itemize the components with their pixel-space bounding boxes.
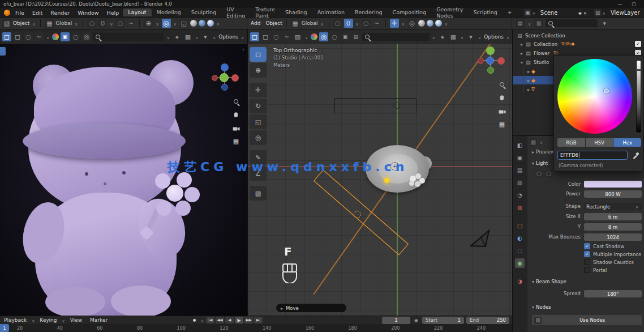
new-collection-icon[interactable]: [534, 19, 543, 28]
expand-icon[interactable]: [521, 50, 523, 56]
prev-keyframe-button[interactable]: ◀◀: [216, 317, 224, 324]
viewport-shading-mid-dropdown-icon[interactable]: [311, 33, 317, 40]
gizmo-axis-z-neg-icon[interactable]: [221, 84, 228, 91]
spread-field[interactable]: 180°: [584, 290, 642, 297]
record-button[interactable]: ●: [190, 317, 199, 324]
scene-unlink-icon[interactable]: [583, 10, 587, 16]
outliner-display-caret[interactable]: [527, 20, 532, 27]
workspace-tab-sculpting[interactable]: Sculpting: [186, 8, 221, 16]
falloff-mid-icon[interactable]: [372, 19, 381, 28]
shading-wireframe-icon[interactable]: [330, 32, 339, 41]
gizmo-mid-axis-z-icon[interactable]: [486, 57, 494, 65]
shading-material-icon[interactable]: [199, 20, 205, 27]
maximize-button[interactable]: ▢: [632, 1, 636, 7]
tab-hsv[interactable]: HSV: [586, 138, 613, 147]
size-x-field[interactable]: 6 m: [584, 213, 642, 220]
max-bounces-field[interactable]: 1024: [584, 233, 642, 241]
value-slider-handle[interactable]: [636, 69, 642, 71]
gizmo-toggle-icon[interactable]: [144, 19, 153, 28]
shading-rendered-icon[interactable]: [207, 20, 214, 27]
workspace-tab-compositing[interactable]: Compositing: [388, 8, 432, 16]
timeline-ruler[interactable]: 20 40 60 80 100 120 140 160 180 200 220 …: [0, 324, 512, 332]
portal-checkbox[interactable]: [584, 267, 590, 273]
tool-move[interactable]: [250, 83, 267, 97]
tab-scene[interactable]: ◔: [515, 190, 525, 200]
ortho-toggle-icon[interactable]: [231, 136, 241, 146]
panel-preview[interactable]: Preview: [532, 148, 555, 155]
orientation-caret-icon[interactable]: [74, 20, 79, 27]
select-mode-circle-mid-icon[interactable]: [272, 32, 281, 41]
scene-browse-icon[interactable]: [531, 10, 536, 16]
render-visibility-checkbox[interactable]: ✓: [635, 41, 641, 47]
menu-render[interactable]: Render: [46, 10, 74, 16]
gizmo-axis-y-icon[interactable]: [220, 73, 229, 82]
view-menu[interactable]: View: [66, 317, 86, 323]
light-point-handle[interactable]: [384, 178, 389, 183]
play-button[interactable]: ▶: [235, 317, 243, 324]
options-mid-dropdown[interactable]: Options: [484, 34, 504, 40]
camera-object[interactable]: [469, 228, 492, 249]
tab-physics[interactable]: ◌: [515, 246, 525, 256]
pan-hand-mid-icon[interactable]: [497, 93, 507, 103]
pan-hand-icon[interactable]: [231, 110, 241, 120]
tab-modifiers[interactable]: ◐: [515, 233, 525, 243]
gizmos-dropdown-icon[interactable]: [183, 32, 192, 41]
annotation-bookmark-icon[interactable]: [173, 32, 182, 41]
tab-world[interactable]: ◍: [515, 203, 525, 212]
color-wheel[interactable]: [557, 59, 632, 134]
gizmo-mid-axis-x-icon[interactable]: [497, 57, 505, 65]
gizmos-mid-dropdown-icon[interactable]: [449, 32, 458, 41]
shading-render-icon[interactable]: [351, 32, 360, 41]
shading-preview-icon[interactable]: [341, 32, 350, 41]
tool-rotate[interactable]: [250, 99, 267, 113]
end-frame-field[interactable]: End 250: [466, 317, 509, 324]
cast-shadow-checkbox[interactable]: ✓: [584, 243, 590, 249]
workspace-tab-modeling[interactable]: Modeling: [152, 8, 186, 16]
shading-material-mid-icon[interactable]: [427, 20, 433, 27]
proportional-falloff-icon[interactable]: [126, 19, 135, 28]
marker-menu[interactable]: Marker: [86, 317, 111, 323]
outliner-scene-collection[interactable]: Scene Collection: [513, 31, 644, 40]
shading-solid-icon[interactable]: [190, 20, 197, 27]
overlays-mid-funnel-icon[interactable]: [466, 32, 475, 41]
gizmo-mid-axis-x-neg-icon[interactable]: [478, 58, 484, 64]
tab-rgb[interactable]: RGB: [557, 138, 585, 147]
panel-beam-shape[interactable]: Beam Shape: [532, 278, 566, 284]
expand-icon[interactable]: [527, 78, 530, 83]
select-mode-lasso-mid-icon[interactable]: [282, 32, 291, 41]
tool-scale[interactable]: [250, 114, 267, 129]
minimize-button[interactable]: —: [617, 1, 622, 7]
expand-icon[interactable]: [521, 41, 523, 47]
tool-transform[interactable]: [250, 130, 267, 145]
gizmo-mid-axis-y-icon[interactable]: [486, 46, 495, 55]
workspace-tab-layout[interactable]: Layout: [123, 8, 151, 16]
gizmo-mid-axis-y-neg-icon[interactable]: [487, 67, 494, 74]
light-type-sun-icon[interactable]: [545, 170, 552, 177]
viewport-mid-search[interactable]: [362, 33, 430, 41]
xray-toggle-icon[interactable]: [179, 19, 188, 28]
shading-rendered-mid-icon[interactable]: [435, 20, 442, 27]
workspace-tab-scripting[interactable]: Scripting: [469, 8, 503, 16]
scene-selector[interactable]: Scene: [538, 8, 590, 16]
shape-dropdown[interactable]: Rectangle: [584, 203, 642, 210]
multiple-importance-checkbox[interactable]: ✓: [584, 251, 590, 257]
gizmo-axis-x-neg-icon[interactable]: [212, 75, 218, 81]
workspace-tab-rendering[interactable]: Rendering: [350, 8, 388, 16]
tab-hex[interactable]: Hex: [613, 138, 641, 147]
outliner-search-input[interactable]: [546, 19, 598, 27]
tab-material[interactable]: ◑: [515, 276, 525, 286]
zoom-icon[interactable]: [231, 96, 241, 107]
light-color-swatch[interactable]: [584, 181, 642, 188]
menu-window[interactable]: Window: [74, 10, 102, 16]
shadow-caustics-checkbox[interactable]: [584, 259, 590, 265]
light-type-point-icon[interactable]: [535, 170, 543, 177]
playback-menu[interactable]: Playback: [0, 317, 31, 323]
menu-help[interactable]: Help: [103, 10, 123, 16]
overlays-toggle-icon[interactable]: [162, 19, 171, 28]
tool-cursor[interactable]: [250, 63, 267, 78]
start-frame-field[interactable]: Start 1: [422, 317, 464, 324]
shading-solid-mid-icon[interactable]: [418, 20, 425, 27]
panel-nodes[interactable]: Nodes: [532, 304, 551, 310]
jump-start-button[interactable]: |◀: [206, 317, 214, 324]
size-y-field[interactable]: 8 m: [584, 223, 642, 231]
